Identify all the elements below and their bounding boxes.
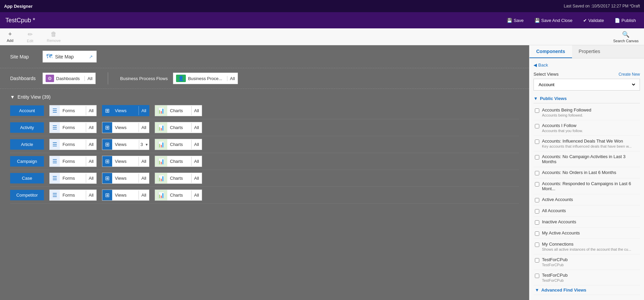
charts-label: Charts [167,157,191,166]
view-title: Accounts: No Campaign Activities in Last… [542,154,639,164]
forms-label: Forms [60,123,86,132]
entity-name-button[interactable]: Case [10,173,44,183]
list-item: Accounts: No Campaign Activities in Last… [534,151,640,167]
list-item: Accounts: No Orders in Last 6 Months [534,167,640,178]
edit-button[interactable]: ✏ Edit [24,29,36,44]
views-label: Views [112,174,139,183]
save-button[interactable]: 💾 Save [504,17,526,24]
view-desc: Shows all active instances of the accoun… [542,247,639,251]
add-button[interactable]: + Add [4,29,16,44]
save-close-icon: 💾 [535,18,540,23]
sitemap-navigate-icon[interactable]: ↗ [89,54,93,59]
views-label: Views [112,123,139,132]
entity-row: Campaign ☰ Forms All ⊞ Views All 📊 Chart… [10,153,519,170]
dashboards-icon: ⚙ [46,75,54,82]
view-checkbox[interactable] [535,243,539,247]
view-checkbox[interactable] [535,231,539,236]
view-title: Accounts: Responded to Campaigns in Last… [542,181,639,191]
forms-all: All [86,174,96,183]
forms-all: All [86,123,96,132]
entity-name-button[interactable]: Campaign [10,156,44,167]
charts-icon: 📊 [155,105,167,116]
view-checkbox[interactable] [535,209,539,214]
view-title: Accounts: Influenced Deals That We Won [542,139,639,144]
dashboards-text: Dashboards [56,76,80,81]
right-panel: Components Properties ◀ Back Select View… [529,45,644,300]
views-component: ⊞ Views All [102,190,149,201]
views-all: All [139,174,149,183]
view-checkbox[interactable] [535,171,539,175]
view-checkbox[interactable] [535,182,539,186]
search-canvas[interactable]: 🔍 Search Canvas [613,31,639,43]
vertical-divider [108,72,108,84]
list-item: Accounts: Responded to Campaigns in Last… [534,178,640,194]
entity-name-button[interactable]: Account [10,105,44,116]
entity-rows: Account ☰ Forms All ⊞ Views All 📊 Charts… [10,102,519,204]
entity-name-button[interactable]: Article [10,139,44,150]
views-component: ⊞ Views All [102,173,149,184]
panel-tabs: Components Properties [529,45,644,58]
entity-select[interactable]: Account [537,82,636,88]
advanced-find-views-label: Advanced Find Views [541,288,586,293]
collapse-public-views-icon[interactable]: ▼ [534,96,538,101]
view-checkbox[interactable] [535,140,539,144]
list-item: TestForCPub TestForCPub [534,270,640,285]
list-item: My Active Accounts [534,228,640,239]
edit-icon: ✏ [28,31,33,38]
views-icon: ⊞ [102,173,112,183]
forms-icon: ☰ [50,122,60,133]
validate-icon: ✔ [583,18,587,23]
views-list: Accounts Being Followed Accounts being f… [534,105,640,285]
create-new-link[interactable]: Create New [619,72,640,77]
entity-row: Competitor ☰ Forms All ⊞ Views All 📊 Cha… [10,187,519,204]
collapse-advanced-icon[interactable]: ▼ [535,288,539,293]
forms-label: Forms [60,191,86,200]
charts-label: Charts [167,123,191,132]
view-title: Accounts Being Followed [542,107,639,112]
entity-dropdown[interactable]: Account [534,79,640,91]
charts-icon: 📊 [155,190,167,200]
tab-properties[interactable]: Properties [572,45,607,58]
views-icon: ⊞ [102,122,112,133]
views-component: ⊞ Views All [102,156,149,167]
sitemap-row: Site Map 🗺 Site Map ↗ [0,45,529,68]
charts-all: All [191,123,202,132]
views-component: ⊞ Views All [102,105,149,116]
forms-label: Forms [60,106,86,115]
view-checkbox[interactable] [535,258,539,262]
views-label: Views [112,191,139,200]
remove-button[interactable]: 🗑 Remove [44,29,64,44]
views-label: Views [112,157,139,166]
search-icon: 🔍 [622,31,629,38]
view-checkbox[interactable] [535,155,539,159]
charts-component: 📊 Charts All [155,156,202,167]
entity-collapse-icon[interactable]: ▼ [10,94,15,100]
view-title: My Active Accounts [542,230,639,235]
sitemap-text: Site Map [55,54,86,59]
entity-row: Case ☰ Forms All ⊞ Views All 📊 Charts Al… [10,170,519,187]
view-desc: Accounts being followed. [542,113,639,117]
forms-icon: ☰ [50,105,60,116]
forms-component: ☰ Forms All [49,105,97,116]
validate-button[interactable]: ✔ Validate [580,17,606,24]
back-button[interactable]: ◀ Back [534,62,548,68]
save-and-close-button[interactable]: 💾 Save And Close [532,17,575,24]
list-item: TestForCPub TestForCPub [534,254,640,270]
entity-row: Activity ☰ Forms All ⊞ Views All 📊 Chart… [10,119,519,136]
forms-all: All [86,106,96,115]
view-title: Inactive Accounts [542,219,639,224]
views-dropdown-icon[interactable]: ▾ [144,140,149,149]
views-all: All [139,106,149,115]
publish-button[interactable]: 📄 Publish [612,17,639,24]
forms-all: All [86,140,96,149]
forms-all: All [86,157,96,166]
view-checkbox[interactable] [535,220,539,225]
bpf-icon: 👤 [176,75,186,82]
view-checkbox[interactable] [535,108,539,113]
view-checkbox[interactable] [535,274,539,278]
entity-name-button[interactable]: Competitor [10,190,44,200]
entity-name-button[interactable]: Activity [10,122,44,133]
tab-components[interactable]: Components [529,45,572,58]
view-checkbox[interactable] [535,124,539,128]
view-checkbox[interactable] [535,198,539,202]
